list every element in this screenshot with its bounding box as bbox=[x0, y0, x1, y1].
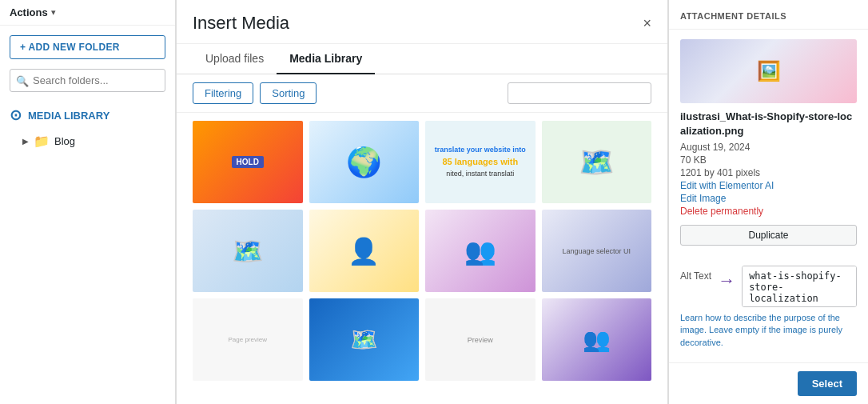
media-item[interactable]: 👤 bbox=[309, 210, 420, 292]
folder-icon: 📁 bbox=[34, 134, 50, 149]
sidebar: Actions ▾ + ADD NEW FOLDER 🔍 ⊙ MEDIA LIB… bbox=[0, 0, 176, 404]
attachment-thumbnail: 🖼️ bbox=[680, 39, 857, 103]
person-icon: 👤 bbox=[348, 236, 380, 266]
actions-chevron-icon: ▾ bbox=[51, 7, 56, 18]
media-item[interactable]: 🗺️ bbox=[542, 121, 652, 203]
learn-link[interactable]: Learn how to describe the purpose of the… bbox=[680, 312, 857, 349]
select-button[interactable]: Select bbox=[798, 371, 857, 396]
edit-image-link[interactable]: Edit Image bbox=[680, 193, 857, 204]
media-grid: HOLD 🌍 translate your website into 85 la… bbox=[193, 121, 651, 381]
alt-text-section: Alt Text → what-is-shopify-store-localiz… bbox=[669, 266, 868, 352]
main-area: Insert Media × Upload files Media Librar… bbox=[176, 0, 668, 404]
media-item[interactable]: 🗺️ bbox=[193, 210, 303, 292]
media-item[interactable]: 👥 bbox=[542, 298, 652, 381]
media-item[interactable]: HOLD bbox=[193, 121, 303, 203]
media-item[interactable]: translate your website into 85 languages… bbox=[425, 121, 536, 203]
media-item[interactable]: 🌍 bbox=[309, 121, 420, 203]
alt-text-label: Alt Text bbox=[680, 266, 711, 282]
add-folder-button[interactable]: + ADD NEW FOLDER bbox=[10, 35, 165, 59]
thumbnail-image: 🖼️ bbox=[680, 39, 857, 103]
world-map-icon: 🗺️ bbox=[579, 146, 615, 179]
media-search-input[interactable] bbox=[508, 82, 651, 104]
media-library-label[interactable]: ⊙ MEDIA LIBRARY bbox=[10, 106, 165, 124]
folder-chevron-icon: ▶ bbox=[22, 137, 29, 146]
media-item[interactable]: 🗺️ bbox=[309, 298, 420, 381]
tab-media-library[interactable]: Media Library bbox=[277, 44, 375, 74]
tab-upload-files[interactable]: Upload files bbox=[193, 44, 277, 74]
alt-text-arrow-icon: → bbox=[718, 266, 735, 291]
select-button-row: Select bbox=[669, 362, 868, 404]
media-item[interactable]: Preview bbox=[425, 298, 536, 381]
media-item[interactable]: 👥 bbox=[425, 210, 536, 292]
attachment-info: ilustrasi_What-is-Shopify-store-localiza… bbox=[669, 110, 868, 218]
attachment-details-header: ATTACHMENT DETAILS bbox=[669, 0, 868, 30]
media-item[interactable]: Page preview bbox=[193, 298, 303, 381]
world-map-2-icon: 🗺️ bbox=[232, 236, 264, 266]
globe-icon: 🌍 bbox=[346, 146, 382, 179]
alt-text-row: Alt Text → what-is-shopify-store-localiz… bbox=[680, 266, 857, 307]
attachment-panel: ATTACHMENT DETAILS 🖼️ ilustrasi_What-is-… bbox=[668, 0, 868, 404]
actions-label: Actions bbox=[10, 6, 48, 18]
actions-bar: Actions ▾ bbox=[0, 0, 175, 26]
search-icon: 🔍 bbox=[16, 74, 29, 86]
attachment-date: August 19, 2024 bbox=[680, 142, 857, 153]
edit-elementor-link[interactable]: Edit with Elementor AI bbox=[680, 180, 857, 191]
map-blue-icon: 🗺️ bbox=[350, 326, 378, 353]
media-grid-container: HOLD 🌍 translate your website into 85 la… bbox=[177, 113, 667, 404]
attachment-filename: ilustrasi_What-is-Shopify-store-localiza… bbox=[680, 110, 857, 138]
attachment-dimensions: 1201 by 401 pixels bbox=[680, 167, 857, 178]
sidebar-item-blog[interactable]: ▶ 📁 Blog bbox=[10, 130, 165, 152]
people-2-icon: 👥 bbox=[583, 326, 611, 353]
filter-button[interactable]: Filtering bbox=[193, 82, 253, 104]
folder-name: Blog bbox=[54, 135, 75, 147]
modal-title: Insert Media bbox=[193, 13, 289, 34]
close-button[interactable]: × bbox=[643, 16, 651, 30]
search-folders-wrapper: 🔍 bbox=[10, 69, 165, 92]
people-icon: 👥 bbox=[464, 236, 496, 266]
media-library-icon: ⊙ bbox=[10, 106, 22, 124]
duplicate-button[interactable]: Duplicate bbox=[680, 225, 857, 246]
alt-text-input[interactable]: what-is-shopify-store-localization bbox=[742, 266, 857, 307]
toolbar: Filtering Sorting bbox=[177, 74, 667, 113]
delete-permanently-link[interactable]: Delete permanently bbox=[680, 206, 857, 217]
search-folders-input[interactable] bbox=[10, 69, 165, 92]
sort-button[interactable]: Sorting bbox=[260, 82, 317, 104]
tabs-bar: Upload files Media Library bbox=[177, 44, 667, 74]
attachment-size: 70 KB bbox=[680, 154, 857, 166]
modal-header: Insert Media × bbox=[177, 0, 667, 44]
media-library-section: ⊙ MEDIA LIBRARY ▶ 📁 Blog bbox=[0, 102, 175, 157]
media-item[interactable]: Language selector UI bbox=[542, 210, 652, 292]
